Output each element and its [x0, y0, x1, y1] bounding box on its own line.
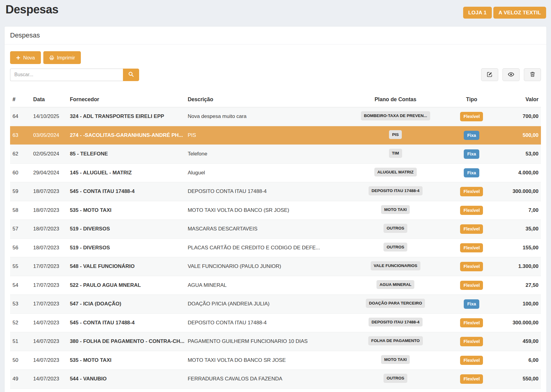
row-plan-cell: OUTROS — [344, 238, 447, 257]
row-supplier: 544 - VANUBIO — [67, 370, 185, 389]
row-description: Aluguel — [185, 163, 344, 182]
row-value: 27,50 — [496, 276, 541, 295]
column-header-fornecedor: Fornecedor — [67, 93, 185, 107]
row-type-cell: Fixa — [447, 295, 496, 314]
table-row[interactable]: 49 14/07/2023 544 - VANUBIO FERRADURAS C… — [10, 370, 541, 389]
table-header: # Data Fornecedor Descrição Plano de Con… — [10, 93, 541, 107]
table-row[interactable]: 56 18/07/2023 519 - DIVERSOS PLACAS CART… — [10, 238, 541, 257]
row-description: DEPOSITO CONTA ITAU 17488-4 — [185, 313, 344, 332]
row-value: 100,00 — [496, 295, 541, 314]
plan-badge: FOLHA DE PAGAMENTO — [368, 336, 423, 345]
row-id: 63 — [10, 126, 31, 145]
row-id: 49 — [10, 370, 31, 389]
edit-button[interactable] — [481, 68, 498, 81]
veloz-textil-button[interactable]: A VELOZ TEXTIL — [493, 7, 546, 19]
row-description: Telefone — [185, 145, 344, 164]
row-plan-cell: TIM — [344, 145, 447, 164]
column-header-descricao: Descrição — [185, 93, 344, 107]
table-row[interactable]: 63 03/05/2024 274 - -SACOLITAS-GARANHUNS… — [10, 126, 541, 145]
row-description: PIS — [185, 126, 344, 145]
row-date: 18/07/2023 — [31, 220, 67, 239]
table-row[interactable]: 50 14/07/2023 535 - MOTO TAXI MOTO TAXI … — [10, 351, 541, 370]
plan-badge: DEPOSITO ITAU 17488-4 — [369, 318, 423, 327]
column-header-data: Data — [31, 93, 67, 107]
view-button[interactable] — [502, 68, 520, 81]
printer-icon — [49, 55, 54, 60]
search-button[interactable] — [123, 69, 139, 81]
type-badge: Flexível — [460, 262, 483, 271]
row-value: 4.000,00 — [496, 163, 541, 182]
edit-icon — [487, 71, 493, 78]
toolbar: Nova Imprimir — [10, 51, 541, 64]
delete-button[interactable] — [524, 68, 541, 81]
plan-badge: VALE FUNCIONARIOS — [371, 261, 420, 270]
table-row[interactable]: 58 18/07/2023 535 - MOTO TAXI MOTO TAXI … — [10, 201, 541, 220]
plan-badge: AGUA MINERAL — [376, 280, 415, 289]
type-badge: Flexível — [460, 187, 483, 196]
row-supplier: 519 - DIVERSOS — [67, 220, 185, 239]
table-row[interactable]: 64 14/10/2025 324 - ADL TRANSPORTES EIRE… — [10, 107, 541, 126]
plus-icon — [16, 55, 20, 60]
table-row[interactable]: 59 18/07/2023 545 - CONTA ITAU 17488-4 D… — [10, 182, 541, 201]
search-row — [10, 68, 541, 81]
row-supplier: 545 - CONTA ITAU 17488-4 — [67, 182, 185, 201]
row-plan-cell: FOLHA DE PAGAMENTO — [344, 332, 447, 351]
column-header-tipo: Tipo — [447, 93, 496, 107]
row-id: 57 — [10, 220, 31, 239]
row-id: 59 — [10, 182, 31, 201]
nova-button[interactable]: Nova — [10, 51, 41, 64]
row-date: 17/07/2023 — [31, 257, 67, 276]
type-badge: Fixa — [464, 149, 479, 159]
row-id: 55 — [10, 257, 31, 276]
imprimir-button-label: Imprimir — [57, 55, 75, 61]
row-type-cell: Flexível — [447, 107, 496, 126]
despesas-card: Despesas Nova Imprimir — [4, 26, 547, 392]
row-supplier: 522 - PAULO AGUA MNERAL — [67, 276, 185, 295]
row-plan-cell: PIS — [344, 126, 447, 145]
type-badge: Flexível — [460, 224, 483, 234]
row-description: PAGAMENTO GUILHERM FUNCIONARIO 10 DIAS — [185, 332, 344, 351]
row-value: 459,00 — [496, 332, 541, 351]
row-description: PLACAS CARTÃO DE CREDITO E CODIGO DE DEF… — [185, 238, 344, 257]
row-id: 50 — [10, 351, 31, 370]
row-value: 7,00 — [496, 201, 541, 220]
plan-badge: DOAÇÃO PARA TERCEIRO — [366, 299, 425, 308]
row-type-cell: Flexível — [447, 257, 496, 276]
row-plan-cell: ALUGUEL MATRIZ — [344, 163, 447, 182]
row-type-cell: Flexível — [447, 370, 496, 389]
row-type-cell: Flexível — [447, 351, 496, 370]
card-title: Despesas — [5, 27, 546, 45]
row-supplier: 535 - MOTO TAXI — [67, 351, 185, 370]
row-plan-cell: MOTO TAXI — [344, 351, 447, 370]
row-type-cell: Flexível — [447, 201, 496, 220]
imprimir-button[interactable]: Imprimir — [43, 51, 81, 64]
loja-1-button[interactable]: LOJA 1 — [463, 7, 492, 19]
row-date: 02/05/2024 — [31, 145, 67, 164]
table-row[interactable]: 60 29/04/2024 145 - ALUGUEL - MATRIZ Alu… — [10, 163, 541, 182]
type-badge: Fixa — [464, 168, 479, 178]
table-row[interactable]: 52 14/07/2023 545 - CONTA ITAU 17488-4 D… — [10, 313, 541, 332]
row-plan-cell: DEPOSITO ITAU 17488-4 — [344, 313, 447, 332]
table-row[interactable]: 53 17/07/2023 547 - ICIA (DOAÇÃO) DOAÇÃO… — [10, 295, 541, 314]
search-input[interactable] — [10, 69, 123, 81]
row-description: VALE FUNCIONARIO (PAULO JUNIOR) — [185, 257, 344, 276]
row-supplier: 145 - ALUGUEL - MATRIZ — [67, 163, 185, 182]
row-plan-cell: DOAÇÃO PARA TERCEIRO — [344, 295, 447, 314]
plan-badge: BOMBEIRO-TAXA DE PREVEN... — [361, 111, 430, 120]
row-date: 17/07/2023 — [31, 295, 67, 314]
card-body: Nova Imprimir — [5, 45, 546, 392]
table-row[interactable]: 55 17/07/2023 548 - VALE FUNCIONÁRIO VAL… — [10, 257, 541, 276]
table-row[interactable]: 57 18/07/2023 519 - DIVERSOS MASCARAS DE… — [10, 220, 541, 239]
page-title: Despesas — [5, 3, 58, 16]
table-row[interactable]: 54 17/07/2023 522 - PAULO AGUA MNERAL AG… — [10, 276, 541, 295]
row-id: 56 — [10, 238, 31, 257]
row-value: 1.300,00 — [496, 257, 541, 276]
row-value: 500,00 — [496, 126, 541, 145]
column-header-plano: Plano de Contas — [344, 93, 447, 107]
row-value: 300.000,00 — [496, 182, 541, 201]
row-value: 35,00 — [496, 220, 541, 239]
table-row[interactable]: 62 02/05/2024 85 - TELEFONE Telefone TIM… — [10, 145, 541, 164]
row-id: 64 — [10, 107, 31, 126]
type-badge: Flexível — [460, 356, 483, 365]
table-row[interactable]: 51 14/07/2023 380 - FOLHA DE PAGAMENTO -… — [10, 332, 541, 351]
